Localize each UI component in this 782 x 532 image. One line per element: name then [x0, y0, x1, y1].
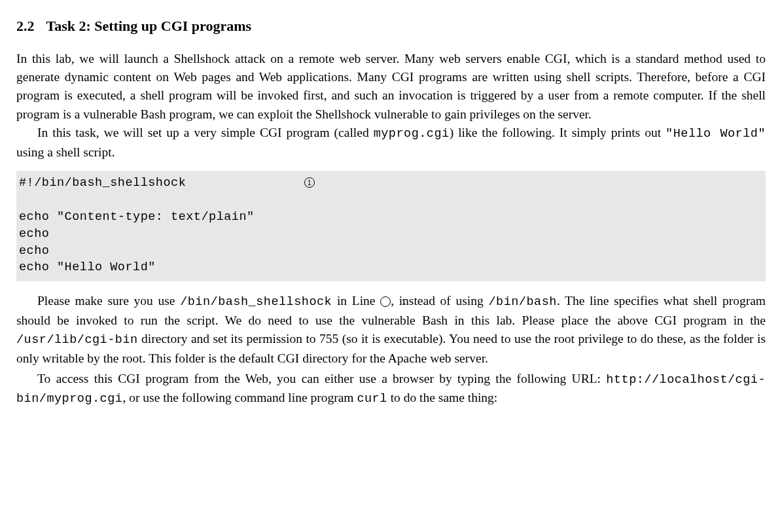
code-hello-world: "Hello World": [666, 127, 766, 141]
code-cgi-bin-path: /usr/lib/cgi-bin: [16, 333, 138, 347]
code-bin-bash: /bin/bash: [488, 295, 556, 309]
code-block-cgi: #!/bin/bash_shellshock1 echo "Content-ty…: [16, 171, 766, 281]
section-title: Task 2: Setting up CGI programs: [46, 18, 252, 34]
line-marker-icon: 1: [380, 296, 391, 307]
code-line-4: echo: [19, 244, 49, 258]
line-marker-icon: 1: [304, 177, 315, 188]
section-number: 2.2: [16, 18, 35, 34]
paragraph-access: To access this CGI program from the Web,…: [16, 370, 766, 409]
section-heading: 2.2Task 2: Setting up CGI programs: [16, 16, 766, 37]
paragraph-task: In this task, we will set up a very simp…: [16, 124, 766, 162]
code-bash-shellshock: /bin/bash_shellshock: [180, 295, 332, 309]
code-line-5: echo "Hello World": [19, 260, 156, 274]
code-line-2: echo "Content-type: text/plain": [19, 210, 255, 224]
code-curl: curl: [357, 392, 387, 406]
code-line-3: echo: [19, 227, 49, 241]
paragraph-intro: In this lab, we will launch a Shellshock…: [16, 50, 766, 124]
code-line-1: #!/bin/bash_shellshock: [19, 176, 186, 190]
code-myprog: myprog.cgi: [374, 127, 450, 141]
paragraph-instructions: Please make sure you use /bin/bash_shell…: [16, 292, 766, 368]
